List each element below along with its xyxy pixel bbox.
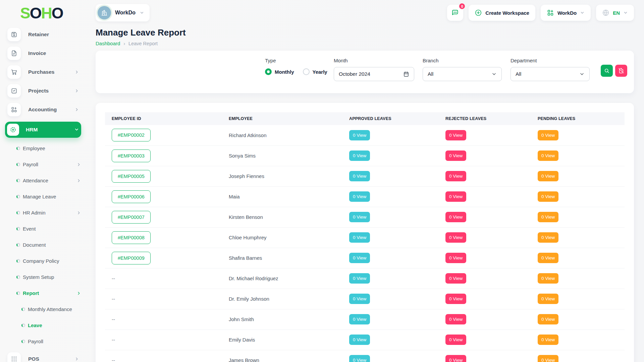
rejected-leaves-badge[interactable]: 0 View (445, 253, 466, 263)
type-radio-group: MonthlyYearly (265, 68, 327, 75)
pending-leaves-badge[interactable]: 0 View (538, 232, 558, 243)
employee-id-text: -- (112, 337, 115, 343)
sidebar-item-document[interactable]: Document (5, 240, 81, 250)
logo-letter: O (52, 4, 63, 22)
chevron-right-icon (76, 210, 81, 215)
rejected-leaves-badge[interactable]: 0 View (445, 150, 466, 161)
employee-id-button[interactable]: #EMP00002 (112, 129, 151, 141)
rejected-leaves-badge[interactable]: 0 View (445, 191, 466, 202)
invoice-icon (7, 47, 21, 60)
approved-leaves-badge[interactable]: 0 View (349, 130, 370, 140)
sidebar-item-payroll[interactable]: Payroll (5, 159, 81, 170)
sidebar-item-pos[interactable]: POS (5, 352, 81, 362)
sidebar-item-payroll[interactable]: Payroll (5, 336, 81, 347)
sidebar-item-retainer[interactable]: Retainer (5, 28, 81, 41)
approved-leaves-badge[interactable]: 0 View (349, 171, 370, 181)
approved-leaves-badge[interactable]: 0 View (349, 355, 370, 362)
sidebar-item-label: Report (23, 290, 39, 296)
create-workspace-button[interactable]: Create Workspace (469, 5, 535, 21)
sidebar: SOHO RetainerInvoicePurchasesProjectsAcc… (0, 0, 88, 362)
sidebar-item-hrm[interactable]: HRM (5, 122, 81, 138)
month-input[interactable]: October 2024 (334, 67, 414, 81)
rejected-leaves-badge[interactable]: 0 View (445, 232, 466, 243)
sidebar-item-employee[interactable]: Employee (5, 143, 81, 154)
sidebar-item-system-setup[interactable]: System Setup (5, 272, 81, 283)
approved-leaves-badge[interactable]: 0 View (349, 150, 370, 161)
language-selector[interactable]: EN (596, 5, 634, 21)
approved-leaves-badge[interactable]: 0 View (349, 253, 370, 263)
rejected-leaves-badge[interactable]: 0 View (445, 335, 466, 345)
plus-circle-icon (475, 9, 482, 16)
pending-leaves-badge[interactable]: 0 View (538, 253, 558, 263)
sidebar-item-report[interactable]: Report (5, 288, 81, 299)
employee-id-button[interactable]: #EMP00007 (112, 211, 151, 224)
breadcrumb-dashboard-link[interactable]: Dashboard (96, 41, 120, 46)
approved-leaves-badge[interactable]: 0 View (349, 314, 370, 324)
approved-leaves-badge[interactable]: 0 View (349, 191, 370, 202)
sidebar-item-purchases[interactable]: Purchases (5, 65, 81, 79)
employee-id-button[interactable]: #EMP00006 (112, 190, 151, 203)
sidebar-menu: RetainerInvoicePurchasesProjectsAccounti… (5, 28, 88, 362)
rejected-leaves-badge[interactable]: 0 View (445, 130, 466, 140)
pending-leaves-badge[interactable]: 0 View (538, 273, 558, 284)
type-radio-yearly[interactable]: Yearly (303, 68, 327, 75)
type-radio-monthly[interactable]: Monthly (265, 68, 294, 75)
sidebar-item-manage-leave[interactable]: Manage Leave (5, 191, 81, 202)
sidebar-item-company-policy[interactable]: Company Policy (5, 256, 81, 266)
rejected-leaves-badge[interactable]: 0 View (445, 273, 466, 284)
employee-id-button[interactable]: #EMP00005 (112, 170, 151, 183)
workspace-selector[interactable]: WorkDo (96, 4, 150, 21)
pending-leaves-badge[interactable]: 0 View (538, 355, 558, 362)
sidebar-item-monthly-attendance[interactable]: Monthly Attendance (5, 304, 81, 315)
employee-id-button[interactable]: #EMP00003 (112, 149, 151, 162)
sidebar-item-label: POS (28, 356, 39, 362)
month-value: October 2024 (339, 71, 370, 77)
pending-leaves-badge[interactable]: 0 View (538, 130, 558, 140)
rejected-leaves-badge[interactable]: 0 View (445, 294, 466, 304)
pending-leaves-badge[interactable]: 0 View (538, 314, 558, 324)
pending-leaves-badge[interactable]: 0 View (538, 294, 558, 304)
approved-leaves-badge[interactable]: 0 View (349, 294, 370, 304)
sidebar-item-accounting[interactable]: Accounting (5, 103, 81, 116)
branch-value: All (428, 71, 433, 77)
pending-leaves-badge[interactable]: 0 View (538, 171, 558, 181)
sidebar-item-hr-admin[interactable]: HR Admin (5, 207, 81, 218)
employee-id-button[interactable]: #EMP00009 (112, 252, 151, 264)
projects-icon (7, 84, 21, 98)
pending-leaves-badge[interactable]: 0 View (538, 191, 558, 202)
employee-id-button[interactable]: #EMP00008 (112, 231, 151, 244)
pending-leaves-badge[interactable]: 0 View (538, 335, 558, 345)
approved-leaves-badge[interactable]: 0 View (349, 273, 370, 284)
app-switcher-button[interactable]: WorkDo (541, 5, 591, 21)
sidebar-item-projects[interactable]: Projects (5, 84, 81, 98)
calendar-icon[interactable] (403, 71, 409, 77)
branch-select[interactable]: All (423, 67, 502, 81)
sidebar-item-event[interactable]: Event (5, 224, 81, 234)
reset-button[interactable] (615, 65, 627, 77)
sidebar-item-invoice[interactable]: Invoice (5, 47, 81, 60)
rejected-leaves-badge[interactable]: 0 View (445, 314, 466, 324)
approved-leaves-badge[interactable]: 0 View (349, 335, 370, 345)
rejected-leaves-badge[interactable]: 0 View (445, 212, 466, 222)
messages-button[interactable]: 0 (447, 5, 463, 21)
message-dots-icon (451, 9, 459, 17)
approved-leaves-badge[interactable]: 0 View (349, 232, 370, 243)
employee-name: Shafira Barnes (229, 255, 262, 261)
department-select[interactable]: All (511, 67, 590, 81)
rejected-leaves-badge[interactable]: 0 View (445, 171, 466, 181)
bullet-icon (21, 323, 25, 327)
search-button[interactable] (601, 65, 613, 77)
bullet-icon (16, 195, 20, 198)
employee-name: Sonya Sims (229, 153, 256, 159)
bullet-icon (16, 259, 20, 263)
pending-leaves-badge[interactable]: 0 View (538, 150, 558, 161)
employee-name: Joseph Fiennes (229, 173, 264, 179)
bullet-icon (16, 211, 20, 215)
sidebar-item-attendance[interactable]: Attendance (5, 175, 81, 186)
sidebar-item-leave[interactable]: Leave (5, 320, 81, 331)
topbar-actions: 0 Create Workspace WorkDo (447, 5, 634, 21)
chevron-right-icon (74, 357, 79, 361)
pending-leaves-badge[interactable]: 0 View (538, 212, 558, 222)
approved-leaves-badge[interactable]: 0 View (349, 212, 370, 222)
rejected-leaves-badge[interactable]: 0 View (445, 355, 466, 362)
